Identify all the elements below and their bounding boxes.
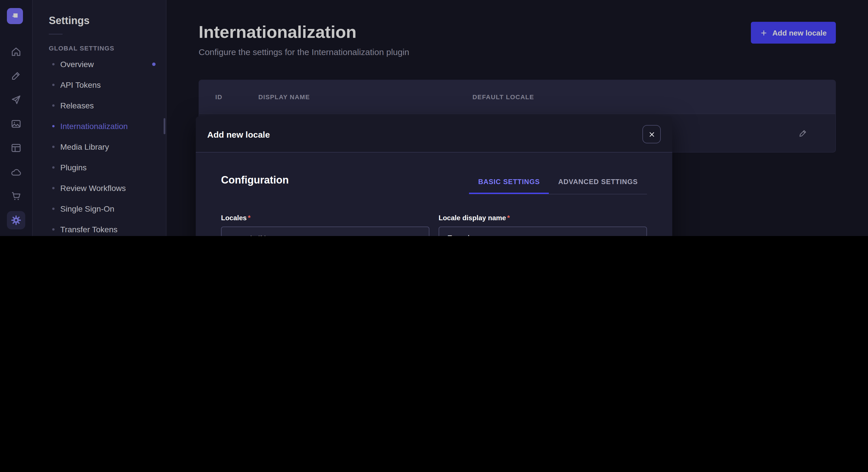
locales-label: Locales*: [221, 214, 429, 222]
required-asterisk: *: [507, 214, 510, 222]
close-icon: [648, 131, 655, 138]
configuration-title: Configuration: [221, 174, 289, 187]
modal-body: Configuration BASIC SETTINGS ADVANCED SE…: [196, 153, 672, 236]
tab-basic-settings[interactable]: BASIC SETTINGS: [469, 178, 549, 194]
close-modal-button[interactable]: [642, 125, 661, 143]
locales-select-value: French (fr): [229, 234, 267, 236]
modal-tabs: BASIC SETTINGS ADVANCED SETTINGS: [469, 178, 647, 194]
display-name-label: Locale display name*: [439, 214, 647, 222]
locale-form: Locales* French (fr) Locale display name…: [221, 214, 647, 236]
modal-title: Add new locale: [207, 129, 270, 139]
locales-field: Locales* French (fr): [221, 214, 429, 236]
required-asterisk: *: [248, 214, 250, 222]
modal-header: Add new locale: [196, 116, 672, 153]
add-locale-modal: Add new locale Configuration BASIC SETTI…: [196, 116, 672, 236]
tab-advanced-settings[interactable]: ADVANCED SETTINGS: [549, 178, 647, 194]
configuration-header-row: Configuration BASIC SETTINGS ADVANCED SE…: [221, 174, 647, 194]
chevron-down-icon: [413, 235, 421, 236]
display-name-field: Locale display name* Locale will be disp…: [439, 214, 647, 236]
app: KD Settings GLOBAL SETTINGS Overview API…: [0, 0, 868, 236]
locales-select[interactable]: French (fr): [221, 227, 429, 236]
locale-display-name-input[interactable]: [439, 227, 647, 236]
